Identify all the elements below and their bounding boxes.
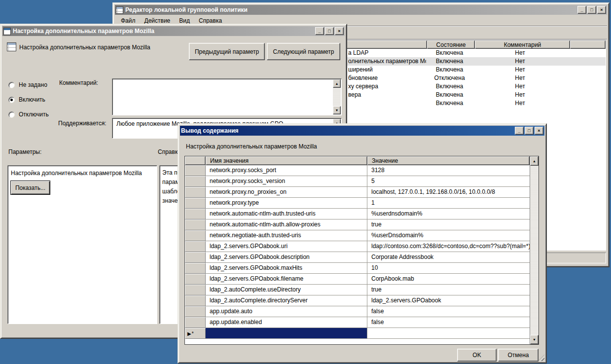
value-cell[interactable]: true xyxy=(367,285,530,295)
row-selector[interactable] xyxy=(185,230,206,241)
policy-comment: Нет xyxy=(473,66,567,74)
row-selector[interactable] xyxy=(185,263,206,274)
value-cell[interactable]: 1 xyxy=(367,198,530,209)
row-selector[interactable] xyxy=(185,219,206,230)
radio-disabled[interactable]: Отключить xyxy=(8,111,107,118)
name-cell[interactable]: network.proxy.no_proxies_on xyxy=(206,187,367,198)
table-row: network.proxy.type1 xyxy=(185,198,530,209)
dialog-icon xyxy=(3,28,11,35)
name-cell[interactable]: app.update.auto xyxy=(206,306,367,317)
value-cell[interactable]: ldap://contoso.com:3268/dc=contoso,dc=co… xyxy=(367,241,530,252)
name-cell[interactable]: network.automatic-ntlm-auth.allow-proxie… xyxy=(206,219,367,230)
table-row: app.update.autofalse xyxy=(185,306,530,317)
policy-state: Включена xyxy=(426,91,473,99)
name-cell[interactable]: ldap_2.servers.GPOabook.description xyxy=(206,252,367,263)
name-cell[interactable]: network.proxy.type xyxy=(206,198,367,209)
value-cell[interactable]: Corporate Addressbook xyxy=(367,252,530,263)
scroll-down-icon[interactable]: ▼ xyxy=(530,335,539,344)
row-selector[interactable] xyxy=(185,209,206,219)
new-value-row: ▶* xyxy=(185,328,530,339)
table-row: network.automatic-ntlm-auth.allow-proxie… xyxy=(185,219,530,230)
row-selector[interactable] xyxy=(185,241,206,252)
value-column-header: Значение xyxy=(367,156,530,165)
name-cell[interactable]: network.proxy.socks_port xyxy=(206,165,367,176)
row-selector[interactable] xyxy=(185,176,206,187)
resize-grip[interactable] xyxy=(538,355,544,361)
minimize-icon[interactable]: _ xyxy=(515,127,524,135)
name-cell[interactable]: ldap_2.servers.GPOabook.filename xyxy=(206,274,367,285)
table-row: app.update.enabledfalse xyxy=(185,317,530,328)
contents-dialog-title: Вывод содержания xyxy=(181,127,513,134)
previous-setting-button[interactable]: Предыдущий параметр xyxy=(189,43,265,60)
row-selector[interactable] xyxy=(185,306,206,317)
value-cell[interactable]: 3128 xyxy=(367,165,530,176)
new-value-cell[interactable] xyxy=(367,328,530,339)
row-selector[interactable] xyxy=(185,317,206,328)
new-row-selector[interactable]: ▶* xyxy=(185,328,206,339)
value-cell[interactable]: 5 xyxy=(367,176,530,187)
show-button[interactable]: Показать... xyxy=(10,181,50,195)
table-scrollbar[interactable]: ▲ ▼ xyxy=(530,156,539,344)
scroll-up-icon[interactable]: ▲ xyxy=(333,79,341,88)
ok-button[interactable]: OK xyxy=(457,349,497,362)
close-icon[interactable]: × xyxy=(535,127,543,135)
supported-label: Поддерживается: xyxy=(58,120,107,127)
policy-comment: Нет xyxy=(473,82,567,91)
new-name-cell-selected[interactable] xyxy=(206,328,367,339)
name-cell[interactable]: ldap_2.servers.GPOabook.maxHits xyxy=(206,263,367,274)
maximize-icon[interactable]: □ xyxy=(587,6,596,14)
name-cell[interactable]: ldap_2.servers.GPOabook.uri xyxy=(206,241,367,252)
name-cell[interactable]: network.negotiate-auth.trusted-uris xyxy=(206,230,367,241)
name-cell[interactable]: network.automatic-ntlm-auth.trusted-uris xyxy=(206,209,367,219)
value-cell[interactable]: 10 xyxy=(367,263,530,274)
comment-scrollbar[interactable]: ▲ ▼ xyxy=(333,79,341,114)
value-cell[interactable]: false xyxy=(367,306,530,317)
comment-textbox[interactable]: ▲ ▼ xyxy=(112,78,342,115)
contents-titlebar[interactable]: Вывод содержания _ □ × xyxy=(180,126,544,136)
option-name: Настройка дополнительных параметров Mozi… xyxy=(8,166,157,177)
column-header-comment[interactable]: Комментарий xyxy=(475,40,570,49)
column-header-state[interactable]: Состояние xyxy=(427,40,475,49)
row-selector[interactable] xyxy=(185,274,206,285)
row-selector[interactable] xyxy=(185,165,206,176)
radio-label: Не задано xyxy=(19,81,47,88)
name-cell[interactable]: ldap_2.autoComplete.useDirectory xyxy=(206,285,367,295)
radio-label: Включить xyxy=(19,96,45,103)
row-selector[interactable] xyxy=(185,285,206,295)
close-icon[interactable]: × xyxy=(597,6,606,14)
table-row: network.proxy.socks_port3128 xyxy=(185,165,530,176)
table-row: ldap_2.servers.GPOabook.descriptionCorpo… xyxy=(185,252,530,263)
row-selector[interactable] xyxy=(185,187,206,198)
name-cell[interactable]: network.proxy.socks_version xyxy=(206,176,367,187)
scroll-up-icon[interactable]: ▲ xyxy=(530,156,539,166)
close-icon[interactable]: × xyxy=(335,27,344,35)
maximize-icon[interactable]: □ xyxy=(525,127,534,135)
policy-state: Отключена xyxy=(426,74,473,82)
maximize-icon[interactable]: □ xyxy=(325,27,334,35)
table-row: ldap_2.autoComplete.directoryServerldap_… xyxy=(185,295,530,306)
minimize-icon[interactable]: _ xyxy=(315,27,324,35)
value-cell[interactable]: ldap_2.servers.GPOabook xyxy=(367,295,530,306)
name-cell[interactable]: ldap_2.autoComplete.directoryServer xyxy=(206,295,367,306)
editor-titlebar[interactable]: Редактор локальной групповой политики _ … xyxy=(115,5,607,15)
value-cell[interactable]: localhost, 127.0.0.1, 192.168.0.0/16, 10… xyxy=(367,187,530,198)
scrollbar-track[interactable] xyxy=(333,88,341,106)
column-header-extra[interactable] xyxy=(570,40,606,49)
settings-titlebar[interactable]: Настройка дополнительных параметров Mozi… xyxy=(2,26,345,36)
value-cell[interactable]: %userdnsdomain% xyxy=(367,209,530,219)
name-cell[interactable]: app.update.enabled xyxy=(206,317,367,328)
cancel-button[interactable]: Отмена xyxy=(498,349,539,362)
value-cell[interactable]: %userDnsdomain% xyxy=(367,230,530,241)
policy-state: Включена xyxy=(426,82,473,91)
row-selector[interactable] xyxy=(185,295,206,306)
row-selector[interactable] xyxy=(185,252,206,263)
scroll-down-icon[interactable]: ▼ xyxy=(333,106,341,114)
value-cell[interactable]: true xyxy=(367,219,530,230)
value-cell[interactable]: CorpAbook.mab xyxy=(367,274,530,285)
value-cell[interactable]: false xyxy=(367,317,530,328)
row-selector[interactable] xyxy=(185,198,206,209)
minimize-icon[interactable]: _ xyxy=(577,6,586,14)
scrollbar-track[interactable] xyxy=(530,166,539,335)
radio-enabled[interactable]: Включить xyxy=(8,96,107,103)
next-setting-button[interactable]: Следующий параметр xyxy=(267,43,340,60)
